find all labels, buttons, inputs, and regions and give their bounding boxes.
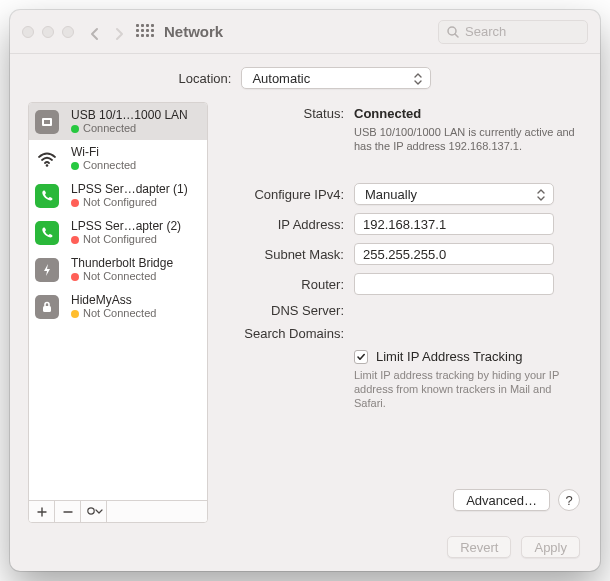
svg-point-6 <box>87 507 93 513</box>
limit-tracking-description: Limit IP address tracking by hiding your… <box>354 368 578 410</box>
status-label: Status: <box>224 106 344 121</box>
apply-button[interactable]: Apply <box>521 536 580 558</box>
configure-row: Configure IPv4: Manually <box>224 183 578 205</box>
subnet-mask-input[interactable]: 255.255.255.0 <box>354 243 554 265</box>
service-item-lpss-1[interactable]: LPSS Ser…dapter (1) Not Configured <box>29 177 207 214</box>
status-value: Connected <box>354 106 578 121</box>
service-name: HideMyAss <box>71 293 199 307</box>
footer: Revert Apply <box>10 523 600 571</box>
lock-icon <box>35 295 59 319</box>
search-placeholder: Search <box>465 24 506 39</box>
forward-button[interactable] <box>114 27 124 37</box>
location-row: Location: Automatic <box>10 54 600 102</box>
limit-tracking-label: Limit IP Address Tracking <box>376 349 522 364</box>
window-title: Network <box>164 23 223 40</box>
preferences-window: Network Search Location: Automatic US <box>10 10 600 571</box>
svg-rect-3 <box>44 120 50 124</box>
nav-buttons <box>90 27 124 37</box>
close-window-button[interactable] <box>22 26 34 38</box>
zoom-window-button[interactable] <box>62 26 74 38</box>
location-value: Automatic <box>252 71 310 86</box>
service-item-wifi[interactable]: Wi-Fi Connected <box>29 140 207 177</box>
router-row: Router: <box>224 273 578 295</box>
service-status: Not Configured <box>71 196 199 209</box>
service-item-thunderbolt[interactable]: Thunderbolt Bridge Not Connected <box>29 251 207 288</box>
status-dot-icon <box>71 236 79 244</box>
subnet-label: Subnet Mask: <box>224 247 344 262</box>
configure-value: Manually <box>365 187 417 202</box>
service-name: LPSS Ser…dapter (1) <box>71 182 199 196</box>
service-status: Not Connected <box>71 270 199 283</box>
service-item-lpss-2[interactable]: LPSS Ser…apter (2) Not Configured <box>29 214 207 251</box>
window-controls <box>22 26 74 38</box>
search-icon <box>447 26 459 38</box>
status-dot-icon <box>71 310 79 318</box>
search-domains-label: Search Domains: <box>224 326 344 341</box>
service-name: Wi-Fi <box>71 145 199 159</box>
service-status: Not Connected <box>71 307 199 320</box>
sidebar-footer <box>29 500 207 522</box>
services-list: USB 10/1…1000 LAN Connected Wi-Fi Connec… <box>29 103 207 500</box>
chevron-updown-icon <box>535 187 547 201</box>
wifi-icon <box>35 147 59 171</box>
dns-label: DNS Server: <box>224 303 344 318</box>
router-label: Router: <box>224 277 344 292</box>
advanced-row: Advanced… ? <box>210 489 600 511</box>
search-domains-row: Search Domains: <box>224 326 578 341</box>
limit-tracking-row: Limit IP Address Tracking Limit IP addre… <box>224 349 578 410</box>
revert-button[interactable]: Revert <box>447 536 511 558</box>
svg-rect-5 <box>43 306 51 312</box>
ip-label: IP Address: <box>224 217 344 232</box>
svg-point-4 <box>46 164 49 167</box>
status-dot-icon <box>71 125 79 133</box>
ethernet-icon <box>35 110 59 134</box>
configure-label: Configure IPv4: <box>224 187 344 202</box>
status-dot-icon <box>71 273 79 281</box>
chevron-updown-icon <box>412 71 424 85</box>
show-all-icon[interactable] <box>136 24 152 40</box>
body: USB 10/1…1000 LAN Connected Wi-Fi Connec… <box>10 102 600 523</box>
status-row: Status: Connected USB 10/100/1000 LAN is… <box>224 106 578 153</box>
ip-row: IP Address: 192.168.137.1 <box>224 213 578 235</box>
status-dot-icon <box>71 162 79 170</box>
service-status: Not Configured <box>71 233 199 246</box>
service-name: USB 10/1…1000 LAN <box>71 108 199 122</box>
limit-tracking-checkbox[interactable] <box>354 350 368 364</box>
location-select[interactable]: Automatic <box>241 67 431 89</box>
location-label: Location: <box>179 71 232 86</box>
router-input[interactable] <box>354 273 554 295</box>
status-description: USB 10/100/1000 LAN is currently active … <box>354 125 578 153</box>
service-status: Connected <box>71 159 199 172</box>
ip-address-input[interactable]: 192.168.137.1 <box>354 213 554 235</box>
configure-ipv4-select[interactable]: Manually <box>354 183 554 205</box>
minimize-window-button[interactable] <box>42 26 54 38</box>
service-actions-button[interactable] <box>81 501 107 522</box>
remove-service-button[interactable] <box>55 501 81 522</box>
service-name: Thunderbolt Bridge <box>71 256 199 270</box>
service-status: Connected <box>71 122 199 135</box>
thunderbolt-icon <box>35 258 59 282</box>
titlebar: Network Search <box>10 10 600 54</box>
phone-icon <box>35 221 59 245</box>
add-service-button[interactable] <box>29 501 55 522</box>
help-button[interactable]: ? <box>558 489 580 511</box>
svg-line-1 <box>455 34 458 37</box>
subnet-row: Subnet Mask: 255.255.255.0 <box>224 243 578 265</box>
sidebar-footer-spacer <box>107 501 207 522</box>
back-button[interactable] <box>90 27 100 37</box>
detail-pane: Status: Connected USB 10/100/1000 LAN is… <box>208 102 582 523</box>
service-item-vpn[interactable]: HideMyAss Not Connected <box>29 288 207 325</box>
dns-row: DNS Server: <box>224 303 578 318</box>
service-name: LPSS Ser…apter (2) <box>71 219 199 233</box>
status-dot-icon <box>71 199 79 207</box>
phone-icon <box>35 184 59 208</box>
service-item-usb-lan[interactable]: USB 10/1…1000 LAN Connected <box>29 103 207 140</box>
services-sidebar: USB 10/1…1000 LAN Connected Wi-Fi Connec… <box>28 102 208 523</box>
search-field[interactable]: Search <box>438 20 588 44</box>
advanced-button[interactable]: Advanced… <box>453 489 550 511</box>
